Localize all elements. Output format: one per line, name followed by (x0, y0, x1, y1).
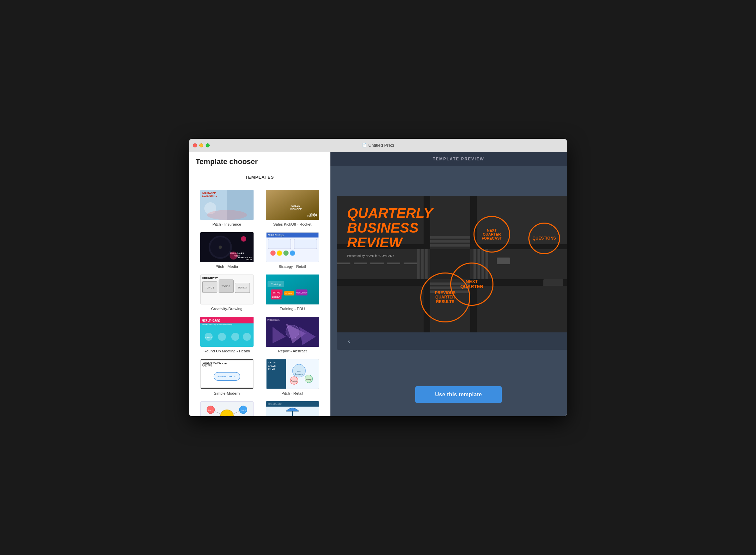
template-item-pitch-media[interactable]: MEDIA SALES PITCH Pitch - Media (194, 229, 259, 272)
svg-rect-118 (430, 236, 470, 239)
svg-text:INTRO: INTRO (273, 292, 280, 294)
svg-text:Training: Training (271, 283, 281, 286)
svg-point-52 (231, 333, 239, 341)
template-label-sales-kickoff: Sales KickOff - Rocket (273, 222, 311, 227)
right-panel: TEMPLATE PREVIEW (330, 152, 567, 416)
template-item-sales-kickoff[interactable]: SALES KICKOFF Sales KickOff - Rocket (259, 187, 325, 229)
preview-header: TEMPLATE PREVIEW (330, 152, 567, 166)
svg-text:History: History (306, 379, 311, 380)
svg-rect-95 (266, 401, 319, 407)
svg-text:TOPIC 3: TOPIC 3 (238, 287, 247, 289)
template-item-creativity-drawing[interactable]: CREATIVITY TOPIC 1 TOPIC 2 TOPIC 3 Creat… (194, 272, 259, 314)
template-item-strategy-retail[interactable]: Retail Strategy Strategy - Retail (259, 229, 325, 272)
use-template-button[interactable]: Use this template (415, 386, 502, 403)
svg-text:TOPIC 2: TOPIC 2 (221, 285, 230, 288)
svg-text:Our: Our (297, 370, 300, 372)
preview-title: QUARTERLY BUSINESS REVIEW (347, 206, 432, 250)
svg-rect-108 (370, 262, 384, 264)
template-item-training-edu[interactable]: INTRO SIGNING ROADMAP Training Training … (259, 272, 325, 314)
template-thumb-around-topic: MAIN Topic 1 Topic 2 Topic 3 Topic 4 (200, 401, 254, 416)
svg-point-16 (241, 236, 246, 242)
close-button[interactable] (193, 143, 197, 147)
template-item-roundup-health[interactable]: HEALTHCARE Weekly/Monthly Roundup Meetin… (194, 314, 259, 356)
svg-rect-46 (200, 317, 254, 324)
svg-text:SUBTITLE: SUBTITLE (202, 365, 212, 367)
svg-rect-113 (425, 249, 428, 279)
traffic-lights (193, 143, 210, 147)
template-item-simple-modern[interactable]: SIMPLE TEMPLATE SUBTITLE SIMPLE TOPIC 01… (194, 356, 259, 399)
svg-text:SALES PITCH: SALES PITCH (202, 195, 215, 197)
template-thumb-creativity-drawing: CREATIVITY TOPIC 1 TOPIC 2 TOPIC 3 (200, 274, 254, 304)
template-thumb-pitch-retail: RETAIL SALES PITCH Our Company History P… (266, 359, 319, 389)
svg-rect-124 (497, 258, 510, 264)
svg-text:Company: Company (295, 373, 303, 375)
app-window: 📄 Untitled Prezi Template chooser TEMPLA… (189, 139, 567, 416)
svg-rect-110 (404, 262, 417, 264)
svg-text:SALES: SALES (268, 364, 276, 367)
svg-rect-68 (266, 359, 286, 389)
svg-rect-119 (430, 240, 470, 243)
circle-questions: QUESTIONS (529, 223, 560, 254)
templates-grid: INSURANCE SALES PITCH Pitch - Insurance (189, 184, 330, 416)
svg-rect-61 (201, 359, 253, 360)
template-thumb-roundup-health: HEALTHCARE Weekly/Monthly Roundup Meetin… (200, 317, 254, 347)
next-arrow[interactable]: › (563, 336, 567, 346)
circle-prev-quarter: PREVIOUSQUARTERRESULTS (420, 272, 470, 323)
svg-rect-66 (201, 388, 253, 389)
svg-text:Retail Strategy: Retail Strategy (268, 234, 284, 237)
template-thumb-training-edu: INTRO SIGNING ROADMAP Training (266, 274, 319, 304)
svg-text:CREATIVITY: CREATIVITY (202, 276, 218, 280)
content-area: Template chooser TEMPLATES INSURANCE SAL… (189, 152, 567, 416)
svg-rect-22 (294, 239, 317, 249)
svg-text:Products: Products (291, 380, 297, 382)
svg-text:TOPIC 1: TOPIC 1 (205, 287, 214, 289)
svg-point-17 (229, 252, 238, 260)
svg-rect-106 (337, 262, 350, 264)
minimize-button[interactable] (199, 143, 203, 147)
document-icon: 📄 (362, 143, 367, 147)
template-thumb-exec-brief-insurance: INSURANCE PERFORMANCE FORECAST (266, 401, 319, 416)
svg-text:KICKOFF: KICKOFF (290, 208, 302, 211)
template-thumb-simple-modern: SIMPLE TEMPLATE SUBTITLE SIMPLE TOPIC 01 (200, 359, 254, 389)
fullscreen-button[interactable] (206, 143, 210, 147)
template-label-roundup-health: Round Up Meeting - Health (204, 349, 250, 354)
svg-point-23 (270, 251, 276, 256)
svg-text:PITCH: PITCH (268, 368, 275, 370)
template-label-creativity-drawing: Creativity-Drawing (211, 306, 243, 311)
svg-text:SALES: SALES (291, 204, 300, 207)
svg-text:ROADMAP: ROADMAP (295, 292, 307, 294)
svg-rect-107 (354, 262, 367, 264)
preview-image-container: QUARTERLY BUSINESS REVIEW Presented by N… (337, 196, 567, 332)
template-thumb-pitch-insurance: INSURANCE SALES PITCH (200, 190, 254, 220)
svg-rect-112 (421, 249, 424, 279)
svg-text:INSURANCE: INSURANCE (267, 403, 282, 405)
svg-rect-120 (430, 244, 470, 247)
left-panel: Template chooser TEMPLATES INSURANCE SAL… (189, 152, 330, 416)
template-label-pitch-retail: Pitch - Retail (282, 391, 303, 396)
svg-rect-19 (266, 232, 318, 238)
svg-point-51 (218, 333, 226, 341)
prev-arrow[interactable]: ‹ (344, 336, 354, 346)
window-title: 📄 Untitled Prezi (362, 143, 394, 148)
page-title: Template chooser (189, 152, 330, 169)
template-item-report-abstract[interactable]: Project report Report - Abstract (259, 314, 325, 356)
svg-point-26 (290, 251, 295, 256)
template-item-pitch-insurance[interactable]: INSURANCE SALES PITCH Pitch - Insurance (194, 187, 259, 229)
template-label-report-abstract: Report - Abstract (278, 349, 306, 354)
svg-point-24 (277, 251, 282, 256)
template-item-pitch-retail[interactable]: RETAIL SALES PITCH Our Company History P… (259, 356, 325, 399)
svg-text:RETAIL: RETAIL (268, 361, 276, 364)
svg-text:INSURANCE: INSURANCE (202, 192, 216, 194)
svg-text:SIGNING: SIGNING (285, 293, 293, 295)
svg-point-53 (243, 333, 251, 341)
template-thumb-strategy-retail: Retail Strategy (266, 232, 319, 262)
svg-point-5 (207, 210, 247, 220)
template-label-pitch-insurance: Pitch - Insurance (212, 222, 241, 227)
template-thumb-sales-kickoff: SALES KICKOFF (266, 190, 319, 220)
template-item-exec-brief-insurance[interactable]: INSURANCE PERFORMANCE FORECAST Executive… (259, 399, 325, 416)
template-thumb-pitch-media: MEDIA SALES PITCH (200, 232, 254, 262)
svg-text:Project report: Project report (267, 319, 280, 321)
svg-text:SIMPLE TOPIC 01: SIMPLE TOPIC 01 (217, 375, 237, 378)
template-item-around-topic[interactable]: MAIN Topic 1 Topic 2 Topic 3 Topic 4 (194, 399, 259, 416)
titlebar: 📄 Untitled Prezi (189, 139, 567, 152)
